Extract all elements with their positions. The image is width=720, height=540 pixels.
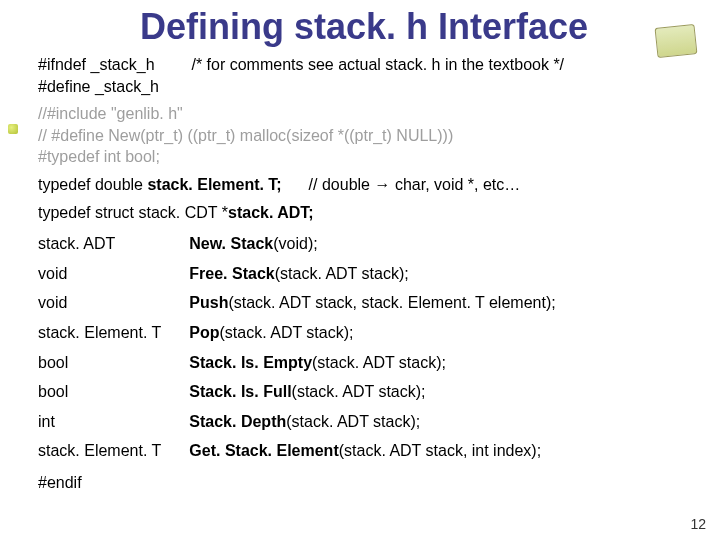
function-name: Stack. Is. Empty bbox=[189, 354, 312, 371]
function-name: New. Stack bbox=[189, 235, 273, 252]
slide-title: Defining stack. h Interface bbox=[38, 6, 690, 48]
return-type: bool bbox=[38, 348, 189, 378]
table-row: stack. Element. TGet. Stack. Element(sta… bbox=[38, 436, 584, 466]
function-signature: Free. Stack(stack. ADT stack); bbox=[189, 259, 583, 289]
ifndef-text: #ifndef _stack_h bbox=[38, 56, 155, 73]
return-type: void bbox=[38, 259, 189, 289]
typedef-adt-prefix: typedef struct bbox=[38, 204, 139, 221]
function-name: Stack. Is. Full bbox=[189, 383, 291, 400]
function-args: (stack. ADT stack, stack. Element. T ele… bbox=[228, 294, 555, 311]
return-type: stack. ADT bbox=[38, 229, 189, 259]
function-signature: Pop(stack. ADT stack); bbox=[189, 318, 583, 348]
function-args: (stack. ADT stack, int index); bbox=[339, 442, 541, 459]
return-type: void bbox=[38, 288, 189, 318]
function-name: Pop bbox=[189, 324, 219, 341]
function-signature: Stack. Depth(stack. ADT stack); bbox=[189, 407, 583, 437]
commented-include: //#include "genlib. h" bbox=[38, 103, 690, 125]
function-name: Push bbox=[189, 294, 228, 311]
table-row: intStack. Depth(stack. ADT stack); bbox=[38, 407, 584, 437]
function-signature: Stack. Is. Empty(stack. ADT stack); bbox=[189, 348, 583, 378]
typedef-elem-comment: // double → char, void *, etc… bbox=[309, 176, 521, 193]
slide: Defining stack. h Interface #ifndef _sta… bbox=[0, 0, 720, 540]
header-comment: /* for comments see actual stack. h in t… bbox=[191, 56, 564, 73]
function-args: (stack. ADT stack); bbox=[275, 265, 409, 282]
typedef-adt-mid: stack. CDT * bbox=[139, 204, 229, 221]
function-args: (stack. ADT stack); bbox=[312, 354, 446, 371]
typedef-adt-name: stack. ADT; bbox=[228, 204, 314, 221]
bullet-icon bbox=[8, 124, 18, 134]
return-type: stack. Element. T bbox=[38, 436, 189, 466]
table-row: boolStack. Is. Full(stack. ADT stack); bbox=[38, 377, 584, 407]
page-number: 12 bbox=[690, 516, 706, 532]
table-row: stack. ADTNew. Stack(void); bbox=[38, 229, 584, 259]
commented-define-new: // #define New(ptr_t) ((ptr_t) malloc(si… bbox=[38, 125, 690, 147]
function-name: Free. Stack bbox=[189, 265, 274, 282]
return-type: int bbox=[38, 407, 189, 437]
function-args: (stack. ADT stack); bbox=[292, 383, 426, 400]
function-signature: Stack. Is. Full(stack. ADT stack); bbox=[189, 377, 583, 407]
define-line: #define _stack_h bbox=[38, 76, 690, 98]
money-stack-icon bbox=[655, 24, 698, 58]
function-signature: Push(stack. ADT stack, stack. Element. T… bbox=[189, 288, 583, 318]
typedef-elem-name: stack. Element. T; bbox=[147, 176, 281, 193]
table-row: boolStack. Is. Empty(stack. ADT stack); bbox=[38, 348, 584, 378]
endif-line: #endif bbox=[38, 472, 690, 494]
function-table: stack. ADTNew. Stack(void);voidFree. Sta… bbox=[38, 229, 584, 466]
function-signature: New. Stack(void); bbox=[189, 229, 583, 259]
ifndef-line: #ifndef _stack_h /* for comments see act… bbox=[38, 54, 690, 76]
typedef-element: typedef double stack. Element. T; // dou… bbox=[38, 174, 690, 196]
return-type: bool bbox=[38, 377, 189, 407]
function-name: Get. Stack. Element bbox=[189, 442, 338, 459]
table-row: stack. Element. TPop(stack. ADT stack); bbox=[38, 318, 584, 348]
function-signature: Get. Stack. Element(stack. ADT stack, in… bbox=[189, 436, 583, 466]
function-name: Stack. Depth bbox=[189, 413, 286, 430]
table-row: voidFree. Stack(stack. ADT stack); bbox=[38, 259, 584, 289]
typedef-adt: typedef struct stack. CDT *stack. ADT; bbox=[38, 202, 690, 224]
function-args: (stack. ADT stack); bbox=[286, 413, 420, 430]
return-type: stack. Element. T bbox=[38, 318, 189, 348]
function-args: (stack. ADT stack); bbox=[220, 324, 354, 341]
typedef-elem-prefix: typedef double bbox=[38, 176, 147, 193]
table-row: voidPush(stack. ADT stack, stack. Elemen… bbox=[38, 288, 584, 318]
code-body: #ifndef _stack_h /* for comments see act… bbox=[38, 54, 690, 494]
commented-typedef-bool: #typedef int bool; bbox=[38, 146, 690, 168]
function-args: (void); bbox=[273, 235, 317, 252]
